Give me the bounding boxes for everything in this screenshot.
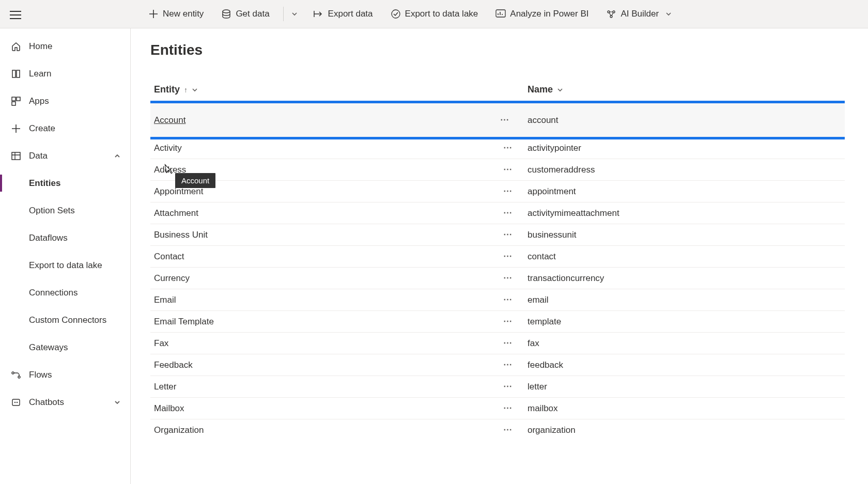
- hamburger-menu-button[interactable]: [10, 7, 25, 23]
- chevron-up-icon: [114, 152, 121, 160]
- get-data-chevron[interactable]: [291, 10, 298, 18]
- table-row[interactable]: Letter⋯letter: [150, 376, 845, 397]
- row-more-button[interactable]: ⋯: [503, 272, 513, 283]
- row-more-button[interactable]: ⋯: [503, 337, 513, 348]
- table-row[interactable]: Mailbox⋯mailbox: [150, 397, 845, 419]
- entity-link[interactable]: Fax: [154, 338, 168, 349]
- chart-icon: [495, 9, 506, 19]
- row-more-button[interactable]: ⋯: [503, 142, 513, 153]
- nav-export-data-lake-label: Export to data lake: [29, 260, 102, 271]
- table-row[interactable]: Activity⋯activitypointer: [150, 137, 845, 159]
- main-area: Home Learn Apps Create Data: [0, 28, 868, 484]
- svg-point-5: [610, 15, 612, 18]
- apps-icon: [10, 96, 22, 107]
- row-more-button[interactable]: ⋯: [503, 381, 513, 392]
- name-cell: account: [528, 115, 845, 126]
- name-cell: email: [528, 295, 845, 305]
- entity-link[interactable]: Mailbox: [154, 403, 184, 414]
- ai-builder-icon: [606, 9, 616, 19]
- entity-link[interactable]: Email: [154, 295, 176, 305]
- nav-flows[interactable]: Flows: [0, 361, 130, 388]
- nav-export-data-lake[interactable]: Export to data lake: [0, 252, 130, 279]
- table-row[interactable]: Account⋯account: [150, 103, 845, 137]
- table-row[interactable]: Contact⋯contact: [150, 245, 845, 267]
- row-more-button[interactable]: ⋯: [503, 402, 513, 413]
- row-more-button[interactable]: ⋯: [503, 207, 513, 218]
- row-more-button[interactable]: ⋯: [503, 251, 513, 261]
- get-data-label: Get data: [236, 9, 269, 19]
- svg-point-1: [392, 10, 400, 18]
- row-more-button[interactable]: ⋯: [503, 164, 513, 175]
- sidebar: Home Learn Apps Create Data: [0, 28, 131, 484]
- row-more-button[interactable]: ⋯: [500, 114, 510, 125]
- table-row[interactable]: Email⋯email: [150, 289, 845, 310]
- table-row[interactable]: Address⋯customeraddress: [150, 159, 845, 180]
- row-more-button[interactable]: ⋯: [503, 316, 513, 326]
- ai-builder-button[interactable]: AI Builder: [600, 0, 678, 28]
- sort-ascending-icon: ↑: [184, 86, 188, 94]
- nav-connections[interactable]: Connections: [0, 279, 130, 306]
- entity-link[interactable]: Email Template: [154, 317, 214, 327]
- nav-learn[interactable]: Learn: [0, 60, 130, 87]
- entity-link[interactable]: Account: [154, 115, 185, 126]
- export-data-lake-button[interactable]: Export to data lake: [384, 0, 485, 28]
- nav-create[interactable]: Create: [0, 115, 130, 142]
- table-row[interactable]: Organization⋯organization: [150, 419, 845, 441]
- nav-entities[interactable]: Entities: [0, 169, 130, 197]
- nav-data-label: Data: [29, 151, 48, 161]
- nav-home[interactable]: Home: [0, 33, 130, 60]
- row-more-button[interactable]: ⋯: [503, 424, 513, 435]
- svg-point-0: [223, 10, 230, 13]
- name-cell: businessunit: [528, 230, 845, 240]
- entity-link[interactable]: Contact: [154, 252, 184, 262]
- nav-dataflows[interactable]: Dataflows: [0, 224, 130, 252]
- entity-cell: Email Template: [150, 317, 528, 327]
- nav-create-label: Create: [29, 123, 55, 134]
- table-row[interactable]: Business Unit⋯businessunit: [150, 224, 845, 245]
- entity-link[interactable]: Feedback: [154, 360, 193, 370]
- row-more-button[interactable]: ⋯: [503, 229, 513, 240]
- chevron-down-icon: [114, 399, 121, 406]
- nav-connections-label: Connections: [29, 288, 78, 298]
- entity-link[interactable]: Organization: [154, 425, 204, 435]
- get-data-button[interactable]: Get data: [215, 0, 275, 28]
- nav-apps[interactable]: Apps: [0, 87, 130, 115]
- table-row[interactable]: Currency⋯transactioncurrency: [150, 267, 845, 289]
- entity-cell: Contact: [150, 252, 528, 262]
- entity-cell: Email: [150, 295, 528, 305]
- row-more-button[interactable]: ⋯: [503, 359, 513, 370]
- table-row[interactable]: Feedback⋯feedback: [150, 354, 845, 376]
- export-data-button[interactable]: Export data: [307, 0, 379, 28]
- table-row[interactable]: Email Template⋯template: [150, 310, 845, 332]
- new-entity-button[interactable]: New entity: [142, 0, 210, 28]
- table-row[interactable]: Appointment⋯appointment: [150, 180, 845, 202]
- row-more-button[interactable]: ⋯: [503, 294, 513, 305]
- name-cell: fax: [528, 338, 845, 349]
- row-more-button[interactable]: ⋯: [503, 185, 513, 196]
- name-cell: appointment: [528, 186, 845, 197]
- entity-cell: Activity: [150, 143, 528, 153]
- nav-gateways-label: Gateways: [29, 342, 68, 353]
- entity-link[interactable]: Activity: [154, 143, 182, 153]
- export-data-label: Export data: [328, 9, 373, 19]
- analyze-powerbi-button[interactable]: Analyze in Power BI: [489, 0, 595, 28]
- column-header-entity-label: Entity: [154, 84, 180, 95]
- column-header-name[interactable]: Name: [528, 84, 845, 95]
- book-icon: [10, 68, 22, 80]
- table-header: Entity ↑ Name: [150, 78, 845, 102]
- nav-data[interactable]: Data: [0, 142, 130, 169]
- nav-chatbots[interactable]: Chatbots: [0, 388, 130, 416]
- entity-link[interactable]: Currency: [154, 273, 190, 284]
- column-header-entity[interactable]: Entity ↑: [150, 84, 528, 95]
- svg-point-11: [18, 376, 20, 378]
- table-row[interactable]: Fax⋯fax: [150, 332, 845, 354]
- nav-custom-connectors[interactable]: Custom Connectors: [0, 306, 130, 334]
- entity-link[interactable]: Business Unit: [154, 230, 208, 240]
- nav-option-sets[interactable]: Option Sets: [0, 197, 130, 224]
- entity-link[interactable]: Attachment: [154, 208, 198, 218]
- svg-point-14: [17, 401, 18, 402]
- entity-link[interactable]: Letter: [154, 382, 176, 392]
- name-cell: contact: [528, 252, 845, 262]
- table-row[interactable]: Attachment⋯activitymimeattachment: [150, 202, 845, 224]
- nav-gateways[interactable]: Gateways: [0, 334, 130, 361]
